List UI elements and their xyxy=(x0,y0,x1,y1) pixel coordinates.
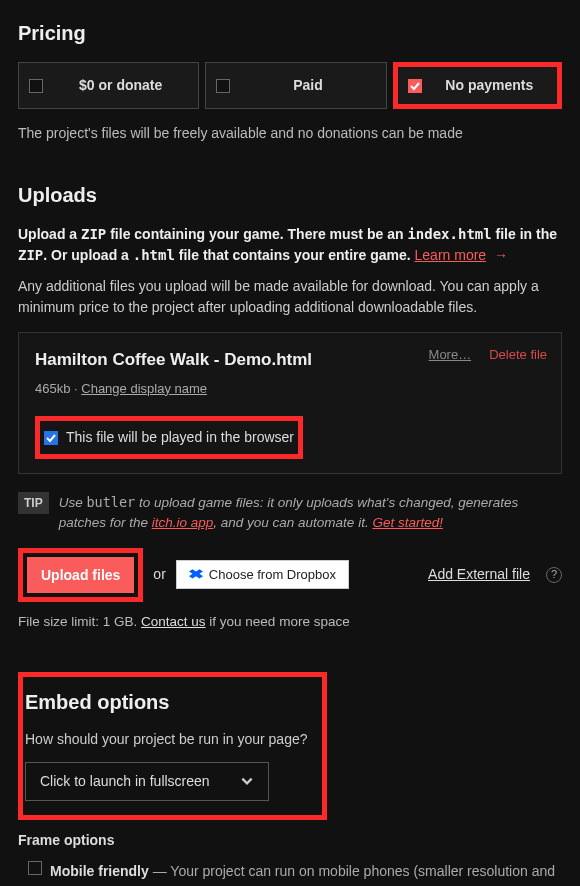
or-text: or xyxy=(153,564,165,585)
pricing-option-label: Paid xyxy=(240,75,375,96)
choose-from-dropbox-button[interactable]: Choose from Dropbox xyxy=(176,560,349,589)
pricing-option-label: No payments xyxy=(432,75,547,96)
more-link[interactable]: More… xyxy=(429,345,472,365)
upload-files-button[interactable]: Upload files xyxy=(27,557,134,593)
checkbox-checked-icon xyxy=(408,79,422,93)
checkbox-icon xyxy=(28,861,42,875)
contact-us-link[interactable]: Contact us xyxy=(141,614,206,629)
tip-row: TIP Use butler to upload game files: it … xyxy=(18,492,562,534)
pricing-option-no-payments[interactable]: No payments xyxy=(398,67,557,104)
uploads-instructions: Upload a ZIP file containing your game. … xyxy=(18,224,562,266)
frame-options-heading: Frame options xyxy=(18,830,562,851)
upload-file-meta: 465kb · Change display name xyxy=(35,379,545,399)
pricing-description: The project's files will be freely avail… xyxy=(18,123,562,144)
pricing-option-label: $0 or donate xyxy=(53,75,188,96)
checkbox-icon xyxy=(216,79,230,93)
pricing-heading: Pricing xyxy=(18,18,562,48)
itch-app-link[interactable]: itch.io app xyxy=(152,515,214,530)
add-external-file-link[interactable]: Add External file xyxy=(428,564,530,585)
checkbox-checked-icon xyxy=(44,431,58,445)
play-in-browser-option[interactable]: This file will be played in the browser xyxy=(40,421,298,454)
upload-file-card: More… Delete file Hamilton Coffee Walk -… xyxy=(18,332,562,474)
dropbox-icon xyxy=(189,568,203,582)
learn-more-link[interactable]: Learn more xyxy=(415,247,487,263)
get-started-link[interactable]: Get started! xyxy=(372,515,443,530)
file-size-limit: File size limit: 1 GB. Contact us if you… xyxy=(18,612,562,632)
uploads-additional-info: Any additional files you upload will be … xyxy=(18,276,562,318)
pricing-options: $0 or donate Paid No payments xyxy=(18,62,562,109)
embed-mode-value: Click to launch in fullscreen xyxy=(40,771,210,792)
play-in-browser-label: This file will be played in the browser xyxy=(66,427,294,448)
change-display-name-link[interactable]: Change display name xyxy=(81,381,207,396)
embed-mode-select[interactable]: Click to launch in fullscreen xyxy=(25,762,269,801)
uploads-heading: Uploads xyxy=(18,180,562,210)
pricing-option-donate[interactable]: $0 or donate xyxy=(18,62,199,109)
embed-options-heading: Embed options xyxy=(25,687,308,717)
help-icon[interactable]: ? xyxy=(546,567,562,583)
mobile-friendly-option[interactable]: Mobile friendly — Your project can run o… xyxy=(18,861,562,886)
chevron-down-icon xyxy=(240,774,254,788)
pricing-option-paid[interactable]: Paid xyxy=(205,62,386,109)
tip-badge: TIP xyxy=(18,492,49,514)
upload-action-row: Upload files or Choose from Dropbox Add … xyxy=(18,548,562,602)
embed-question: How should your project be run in your p… xyxy=(25,729,308,750)
delete-file-link[interactable]: Delete file xyxy=(489,345,547,365)
checkbox-icon xyxy=(29,79,43,93)
